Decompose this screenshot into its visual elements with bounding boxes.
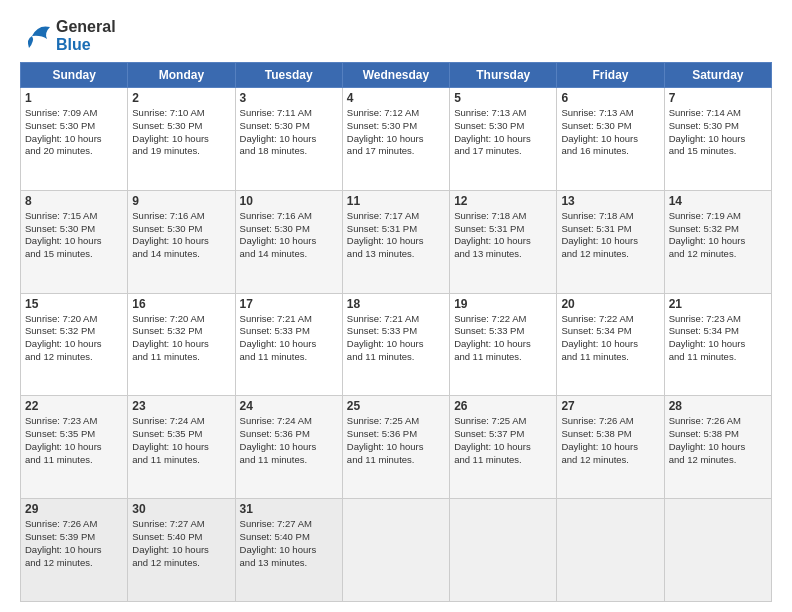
day-info: Sunrise: 7:12 AM Sunset: 5:30 PM Dayligh… bbox=[347, 107, 445, 158]
day-number: 16 bbox=[132, 297, 230, 311]
day-number: 15 bbox=[25, 297, 123, 311]
day-info: Sunrise: 7:14 AM Sunset: 5:30 PM Dayligh… bbox=[669, 107, 767, 158]
day-number: 27 bbox=[561, 399, 659, 413]
day-of-week-thursday: Thursday bbox=[450, 63, 557, 88]
day-info: Sunrise: 7:16 AM Sunset: 5:30 PM Dayligh… bbox=[240, 210, 338, 261]
calendar-cell: 2Sunrise: 7:10 AM Sunset: 5:30 PM Daylig… bbox=[128, 88, 235, 191]
calendar-cell: 16Sunrise: 7:20 AM Sunset: 5:32 PM Dayli… bbox=[128, 293, 235, 396]
day-of-week-header: SundayMondayTuesdayWednesdayThursdayFrid… bbox=[21, 63, 772, 88]
calendar-cell: 11Sunrise: 7:17 AM Sunset: 5:31 PM Dayli… bbox=[342, 190, 449, 293]
day-number: 5 bbox=[454, 91, 552, 105]
day-number: 8 bbox=[25, 194, 123, 208]
day-number: 9 bbox=[132, 194, 230, 208]
day-number: 23 bbox=[132, 399, 230, 413]
calendar-cell: 14Sunrise: 7:19 AM Sunset: 5:32 PM Dayli… bbox=[664, 190, 771, 293]
calendar-cell: 24Sunrise: 7:24 AM Sunset: 5:36 PM Dayli… bbox=[235, 396, 342, 499]
day-number: 19 bbox=[454, 297, 552, 311]
day-number: 10 bbox=[240, 194, 338, 208]
calendar-cell: 19Sunrise: 7:22 AM Sunset: 5:33 PM Dayli… bbox=[450, 293, 557, 396]
day-of-week-tuesday: Tuesday bbox=[235, 63, 342, 88]
day-number: 7 bbox=[669, 91, 767, 105]
calendar-cell: 3Sunrise: 7:11 AM Sunset: 5:30 PM Daylig… bbox=[235, 88, 342, 191]
day-number: 4 bbox=[347, 91, 445, 105]
calendar-week-1: 1Sunrise: 7:09 AM Sunset: 5:30 PM Daylig… bbox=[21, 88, 772, 191]
day-info: Sunrise: 7:25 AM Sunset: 5:36 PM Dayligh… bbox=[347, 415, 445, 466]
day-info: Sunrise: 7:26 AM Sunset: 5:39 PM Dayligh… bbox=[25, 518, 123, 569]
day-number: 24 bbox=[240, 399, 338, 413]
day-info: Sunrise: 7:27 AM Sunset: 5:40 PM Dayligh… bbox=[132, 518, 230, 569]
day-number: 6 bbox=[561, 91, 659, 105]
day-number: 14 bbox=[669, 194, 767, 208]
calendar-week-3: 15Sunrise: 7:20 AM Sunset: 5:32 PM Dayli… bbox=[21, 293, 772, 396]
calendar-cell: 12Sunrise: 7:18 AM Sunset: 5:31 PM Dayli… bbox=[450, 190, 557, 293]
day-info: Sunrise: 7:21 AM Sunset: 5:33 PM Dayligh… bbox=[347, 313, 445, 364]
day-of-week-friday: Friday bbox=[557, 63, 664, 88]
calendar-cell: 25Sunrise: 7:25 AM Sunset: 5:36 PM Dayli… bbox=[342, 396, 449, 499]
day-info: Sunrise: 7:10 AM Sunset: 5:30 PM Dayligh… bbox=[132, 107, 230, 158]
day-number: 20 bbox=[561, 297, 659, 311]
calendar-cell bbox=[342, 499, 449, 602]
calendar-cell: 1Sunrise: 7:09 AM Sunset: 5:30 PM Daylig… bbox=[21, 88, 128, 191]
day-number: 22 bbox=[25, 399, 123, 413]
calendar-cell: 7Sunrise: 7:14 AM Sunset: 5:30 PM Daylig… bbox=[664, 88, 771, 191]
calendar-cell: 29Sunrise: 7:26 AM Sunset: 5:39 PM Dayli… bbox=[21, 499, 128, 602]
day-number: 2 bbox=[132, 91, 230, 105]
calendar-cell: 23Sunrise: 7:24 AM Sunset: 5:35 PM Dayli… bbox=[128, 396, 235, 499]
calendar-cell: 26Sunrise: 7:25 AM Sunset: 5:37 PM Dayli… bbox=[450, 396, 557, 499]
day-info: Sunrise: 7:22 AM Sunset: 5:34 PM Dayligh… bbox=[561, 313, 659, 364]
calendar-cell: 17Sunrise: 7:21 AM Sunset: 5:33 PM Dayli… bbox=[235, 293, 342, 396]
calendar-cell bbox=[557, 499, 664, 602]
day-number: 18 bbox=[347, 297, 445, 311]
day-number: 29 bbox=[25, 502, 123, 516]
day-info: Sunrise: 7:18 AM Sunset: 5:31 PM Dayligh… bbox=[561, 210, 659, 261]
day-info: Sunrise: 7:17 AM Sunset: 5:31 PM Dayligh… bbox=[347, 210, 445, 261]
day-number: 1 bbox=[25, 91, 123, 105]
day-info: Sunrise: 7:19 AM Sunset: 5:32 PM Dayligh… bbox=[669, 210, 767, 261]
day-info: Sunrise: 7:16 AM Sunset: 5:30 PM Dayligh… bbox=[132, 210, 230, 261]
day-info: Sunrise: 7:23 AM Sunset: 5:35 PM Dayligh… bbox=[25, 415, 123, 466]
calendar-cell: 9Sunrise: 7:16 AM Sunset: 5:30 PM Daylig… bbox=[128, 190, 235, 293]
day-number: 12 bbox=[454, 194, 552, 208]
calendar-cell: 31Sunrise: 7:27 AM Sunset: 5:40 PM Dayli… bbox=[235, 499, 342, 602]
calendar-cell bbox=[450, 499, 557, 602]
day-number: 25 bbox=[347, 399, 445, 413]
calendar-cell: 13Sunrise: 7:18 AM Sunset: 5:31 PM Dayli… bbox=[557, 190, 664, 293]
calendar-cell: 30Sunrise: 7:27 AM Sunset: 5:40 PM Dayli… bbox=[128, 499, 235, 602]
calendar-cell: 20Sunrise: 7:22 AM Sunset: 5:34 PM Dayli… bbox=[557, 293, 664, 396]
day-number: 31 bbox=[240, 502, 338, 516]
day-info: Sunrise: 7:27 AM Sunset: 5:40 PM Dayligh… bbox=[240, 518, 338, 569]
calendar-week-5: 29Sunrise: 7:26 AM Sunset: 5:39 PM Dayli… bbox=[21, 499, 772, 602]
calendar-cell: 22Sunrise: 7:23 AM Sunset: 5:35 PM Dayli… bbox=[21, 396, 128, 499]
day-of-week-wednesday: Wednesday bbox=[342, 63, 449, 88]
page: General Blue SundayMondayTuesdayWednesda… bbox=[0, 0, 792, 612]
calendar-cell: 5Sunrise: 7:13 AM Sunset: 5:30 PM Daylig… bbox=[450, 88, 557, 191]
calendar-cell: 4Sunrise: 7:12 AM Sunset: 5:30 PM Daylig… bbox=[342, 88, 449, 191]
header: General Blue bbox=[20, 18, 772, 54]
logo-name: General bbox=[56, 18, 116, 36]
calendar-cell: 15Sunrise: 7:20 AM Sunset: 5:32 PM Dayli… bbox=[21, 293, 128, 396]
day-info: Sunrise: 7:21 AM Sunset: 5:33 PM Dayligh… bbox=[240, 313, 338, 364]
calendar-cell: 21Sunrise: 7:23 AM Sunset: 5:34 PM Dayli… bbox=[664, 293, 771, 396]
calendar-cell: 27Sunrise: 7:26 AM Sunset: 5:38 PM Dayli… bbox=[557, 396, 664, 499]
calendar-cell: 10Sunrise: 7:16 AM Sunset: 5:30 PM Dayli… bbox=[235, 190, 342, 293]
day-number: 26 bbox=[454, 399, 552, 413]
day-info: Sunrise: 7:13 AM Sunset: 5:30 PM Dayligh… bbox=[561, 107, 659, 158]
day-info: Sunrise: 7:22 AM Sunset: 5:33 PM Dayligh… bbox=[454, 313, 552, 364]
calendar-body: 1Sunrise: 7:09 AM Sunset: 5:30 PM Daylig… bbox=[21, 88, 772, 602]
calendar-week-2: 8Sunrise: 7:15 AM Sunset: 5:30 PM Daylig… bbox=[21, 190, 772, 293]
calendar-cell bbox=[664, 499, 771, 602]
day-number: 28 bbox=[669, 399, 767, 413]
day-number: 30 bbox=[132, 502, 230, 516]
day-info: Sunrise: 7:20 AM Sunset: 5:32 PM Dayligh… bbox=[132, 313, 230, 364]
day-info: Sunrise: 7:25 AM Sunset: 5:37 PM Dayligh… bbox=[454, 415, 552, 466]
logo: General Blue bbox=[20, 18, 116, 54]
calendar-cell: 6Sunrise: 7:13 AM Sunset: 5:30 PM Daylig… bbox=[557, 88, 664, 191]
day-info: Sunrise: 7:24 AM Sunset: 5:36 PM Dayligh… bbox=[240, 415, 338, 466]
day-info: Sunrise: 7:09 AM Sunset: 5:30 PM Dayligh… bbox=[25, 107, 123, 158]
day-number: 3 bbox=[240, 91, 338, 105]
day-info: Sunrise: 7:23 AM Sunset: 5:34 PM Dayligh… bbox=[669, 313, 767, 364]
day-info: Sunrise: 7:15 AM Sunset: 5:30 PM Dayligh… bbox=[25, 210, 123, 261]
day-of-week-saturday: Saturday bbox=[664, 63, 771, 88]
day-number: 17 bbox=[240, 297, 338, 311]
day-info: Sunrise: 7:26 AM Sunset: 5:38 PM Dayligh… bbox=[669, 415, 767, 466]
